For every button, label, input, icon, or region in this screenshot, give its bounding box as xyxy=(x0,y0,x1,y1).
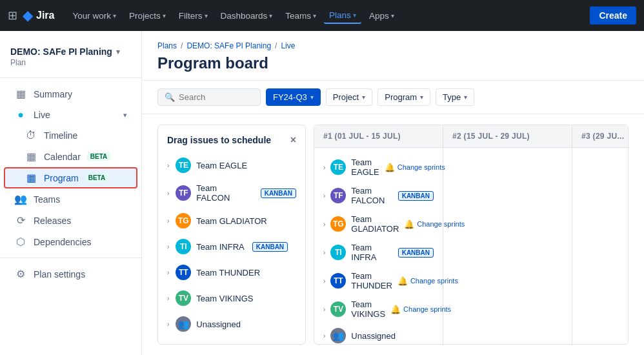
change-sprints-button[interactable]: 🔔Change sprints xyxy=(385,163,445,172)
program-filter[interactable]: Program ▾ xyxy=(377,88,430,106)
bell-icon: 🔔 xyxy=(397,276,408,286)
beta-badge: BETA xyxy=(85,174,108,182)
chevron-right-icon: › xyxy=(167,162,169,169)
sidebar-item-plan-settings[interactable]: ⚙ Plan settings xyxy=(4,263,137,285)
sprint-col-body xyxy=(443,148,572,158)
main-layout: DEMO: SAFe PI Planing ▾ Plan ▦ Summary ●… xyxy=(0,31,644,355)
breadcrumb-live[interactable]: Live xyxy=(281,41,295,50)
chevron-down-icon: ▾ xyxy=(116,48,120,56)
chevron-right-icon: › xyxy=(323,249,325,256)
kanban-badge: KANBAN xyxy=(261,188,296,198)
chevron-down-icon: ▾ xyxy=(113,12,116,19)
sprint-team-row[interactable]: ›TITeam INFRAKANBAN xyxy=(314,238,443,267)
project-filter[interactable]: Project ▾ xyxy=(326,88,372,106)
team-name: Team VIKINGS xyxy=(196,294,253,303)
sprint-team-row[interactable]: ›TTTeam THUNDER🔔Change sprints xyxy=(314,267,443,295)
sprint-col-header: #2 (15 JUL - 29 JUL) xyxy=(443,125,572,148)
sidebar-item-calendar[interactable]: ▦ Calendar BETA xyxy=(4,146,137,167)
breadcrumb-demo[interactable]: DEMO: SAFe PI Planing xyxy=(186,41,271,50)
close-icon[interactable]: × xyxy=(290,134,296,146)
team-name: Team FALCON xyxy=(351,186,390,205)
sidebar-project: DEMO: SAFe PI Planing ▾ Plan xyxy=(0,41,141,78)
breadcrumb-separator: / xyxy=(181,41,183,50)
nav-apps[interactable]: Apps ▾ xyxy=(364,8,399,23)
grid-icon[interactable]: ⊞ xyxy=(8,8,17,23)
sidebar-item-teams[interactable]: 👥 Teams xyxy=(4,188,137,210)
sprint-team-row[interactable]: ›TGTeam GLADIATOR🔔Change sprints xyxy=(314,210,443,238)
type-filter[interactable]: Type ▾ xyxy=(436,88,474,106)
team-avatar: TT xyxy=(176,265,191,280)
team-avatar: 👥 xyxy=(176,316,191,332)
drag-issues-panel: Drag issues to schedule × ›TETeam EAGLE›… xyxy=(157,125,306,345)
nav-projects[interactable]: Projects ▾ xyxy=(124,8,171,23)
change-sprints-label: Change sprints xyxy=(397,163,445,171)
chevron-right-icon: › xyxy=(167,218,169,225)
kanban-badge: KANBAN xyxy=(398,248,434,258)
nav-filters[interactable]: Filters ▾ xyxy=(174,8,213,23)
sprint-col-body: ›TETeam EAGLE🔔Change sprints›TFTeam FALC… xyxy=(314,148,443,345)
breadcrumb-plans[interactable]: Plans xyxy=(157,41,177,50)
create-button[interactable]: Create xyxy=(590,6,636,25)
sprint-team-row[interactable]: ›TETeam EAGLE🔔Change sprints xyxy=(314,153,443,181)
chevron-right-icon: › xyxy=(323,192,325,199)
gear-icon: ⚙ xyxy=(14,268,27,280)
drag-team-row[interactable]: ›👥Unassigned xyxy=(158,311,305,337)
drag-team-row[interactable]: ›TITeam INFRAKANBAN xyxy=(158,234,305,259)
team-avatar: TV xyxy=(330,301,346,317)
team-name: Team INFRA xyxy=(351,243,390,262)
sidebar-item-dependencies[interactable]: ⬡ Dependencies xyxy=(4,231,137,252)
chevron-down-icon: ▾ xyxy=(313,12,316,19)
sidebar-item-program[interactable]: ▦ Program BETA xyxy=(4,167,137,188)
board-area: Drag issues to schedule × ›TETeam EAGLE›… xyxy=(142,114,644,355)
jira-logo-text: Jira xyxy=(36,10,54,21)
chevron-down-icon: ▾ xyxy=(391,12,394,19)
drag-team-row[interactable]: ›TTTeam THUNDER xyxy=(158,259,305,285)
jira-logo[interactable]: ◆ Jira xyxy=(23,8,54,23)
nav-dashboards[interactable]: Dashboards ▾ xyxy=(216,8,278,23)
live-icon: ● xyxy=(14,109,27,121)
drag-team-row[interactable]: ›TVTeam VIKINGS xyxy=(158,285,305,311)
kanban-badge: KANBAN xyxy=(398,191,434,201)
sprint-column: #1 (01 JUL - 15 JUL)›TETeam EAGLE🔔Change… xyxy=(314,125,443,344)
team-avatar: TE xyxy=(176,157,191,173)
nav-your-work[interactable]: Your work ▾ xyxy=(67,8,121,23)
sidebar-settings-section: ⚙ Plan settings xyxy=(0,258,141,285)
sprint-column: #3 (29 JU... xyxy=(572,125,629,344)
project-name[interactable]: DEMO: SAFe PI Planing ▾ xyxy=(10,46,131,57)
drag-team-row[interactable]: ›TETeam EAGLE xyxy=(158,152,305,178)
drag-team-row[interactable]: ›TFTeam FALCONKANBAN xyxy=(158,178,305,208)
sidebar-item-timeline[interactable]: ⏱ Timeline xyxy=(4,125,137,146)
nav-plans[interactable]: Plans ▾ xyxy=(324,8,361,24)
dependencies-icon: ⬡ xyxy=(14,236,27,248)
change-sprints-button[interactable]: 🔔Change sprints xyxy=(390,305,451,314)
chevron-right-icon: › xyxy=(167,295,169,302)
sidebar-item-releases[interactable]: ⟳ Releases xyxy=(4,210,137,231)
search-box[interactable]: 🔍 xyxy=(157,88,261,106)
nav-teams[interactable]: Teams ▾ xyxy=(280,8,321,23)
sidebar-item-live[interactable]: ● Live ▾ xyxy=(4,105,137,125)
team-avatar: TI xyxy=(176,239,191,254)
quarter-filter[interactable]: FY24-Q3 ▾ xyxy=(266,88,321,106)
search-input[interactable] xyxy=(179,92,254,102)
team-name: Team FALCON xyxy=(196,183,252,203)
chevron-down-icon: ▾ xyxy=(353,12,356,19)
chevron-down-icon: ▾ xyxy=(464,94,467,101)
chevron-right-icon: › xyxy=(167,243,169,250)
team-avatar: TG xyxy=(330,216,346,232)
sprint-team-row[interactable]: ›TFTeam FALCONKANBAN xyxy=(314,181,443,210)
sidebar-item-summary[interactable]: ▦ Summary xyxy=(4,83,137,105)
sprint-col-header: #3 (29 JU... xyxy=(572,125,629,148)
sprint-team-row[interactable]: ›👥Unassigned xyxy=(314,323,443,345)
timeline-icon: ⏱ xyxy=(25,130,37,141)
chevron-right-icon: › xyxy=(323,278,325,285)
team-name: Team GLADIATOR xyxy=(351,214,399,234)
chevron-down-icon: ▾ xyxy=(420,94,423,101)
drag-panel-title: Drag issues to schedule xyxy=(167,135,271,145)
sprint-columns: #1 (01 JUL - 15 JUL)›TETeam EAGLE🔔Change… xyxy=(314,125,629,345)
top-navigation: ⊞ ◆ Jira Your work ▾ Projects ▾ Filters … xyxy=(0,0,644,31)
drag-team-row[interactable]: ›TGTeam GLADIATOR xyxy=(158,208,305,234)
sprint-team-row[interactable]: ›TVTeam VIKINGS🔔Change sprints xyxy=(314,295,443,323)
beta-badge: BETA xyxy=(87,152,110,161)
team-avatar: TF xyxy=(330,188,346,203)
team-avatar: TT xyxy=(330,273,346,289)
